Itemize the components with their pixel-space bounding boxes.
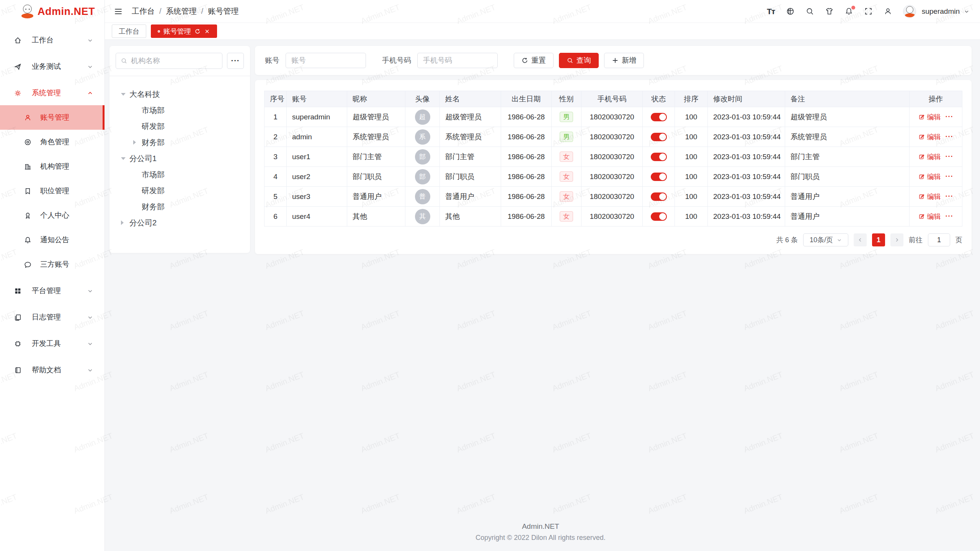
edit-button[interactable]: 编辑 xyxy=(918,132,941,142)
cell-modified: 2023-01-03 10:59:44 xyxy=(708,147,785,167)
sidebar-item-org-management[interactable]: 机构管理 xyxy=(0,154,105,179)
sidebar-item-log-management[interactable]: 日志管理 xyxy=(0,305,105,329)
tree-node[interactable]: 市场部 xyxy=(116,102,244,118)
status-toggle[interactable] xyxy=(651,212,667,221)
sidebar-item-dev-tools[interactable]: 开发工具 xyxy=(0,331,105,356)
fullscreen-button[interactable] xyxy=(864,7,873,16)
edit-button[interactable]: 编辑 xyxy=(918,212,941,221)
tree-more-button[interactable]: ··· xyxy=(227,53,244,69)
tree-node[interactable]: 市场部 xyxy=(116,166,244,183)
query-button[interactable]: 查询 xyxy=(559,53,599,68)
edit-label: 编辑 xyxy=(927,112,941,122)
page-size-select[interactable]: 10条/页 xyxy=(803,233,848,246)
caret-down-icon[interactable] xyxy=(121,157,129,160)
refresh-tab-icon[interactable] xyxy=(194,28,201,34)
plus-icon xyxy=(612,57,619,64)
more-actions-button[interactable]: ··· xyxy=(946,113,954,121)
breadcrumb-item: 账号管理 xyxy=(208,6,238,16)
sidebar-item-business-test[interactable]: 业务测试 xyxy=(0,54,105,79)
next-page-button[interactable] xyxy=(890,233,903,246)
tree-node[interactable]: 财务部 xyxy=(116,199,244,215)
theme-button[interactable] xyxy=(825,7,834,16)
lock-user-button[interactable] xyxy=(884,7,893,16)
sidebar-item-position-management[interactable]: 职位管理 xyxy=(0,179,105,203)
breadcrumb-item[interactable]: 系统管理 xyxy=(166,6,197,16)
sidebar-item-workbench[interactable]: 工作台 xyxy=(0,28,105,52)
tree-node[interactable]: 分公司2 xyxy=(116,215,244,231)
more-actions-button[interactable]: ··· xyxy=(946,153,954,161)
page-number-button[interactable]: 1 xyxy=(872,233,885,246)
chevron-down-icon[interactable] xyxy=(964,9,969,14)
close-tab-icon[interactable] xyxy=(204,28,210,34)
global-search-button[interactable] xyxy=(805,7,815,16)
status-toggle[interactable] xyxy=(651,133,667,141)
tree-node[interactable]: 大名科技 xyxy=(116,86,244,102)
tree-node-label: 研发部 xyxy=(142,186,165,196)
col-gender: 性别 xyxy=(552,91,581,107)
cell-name: 超级管理员 xyxy=(440,107,501,127)
notification-badge xyxy=(851,6,855,10)
font-size-button[interactable]: Tᴛ xyxy=(766,7,776,16)
more-actions-button[interactable]: ··· xyxy=(946,192,954,201)
cell-seq: 4 xyxy=(265,167,287,187)
edit-button[interactable]: 编辑 xyxy=(918,152,941,161)
sidebar-item-platform-management[interactable]: 平台管理 xyxy=(0,279,105,303)
sidebar-item-third-party-account[interactable]: 三方账号 xyxy=(0,252,105,277)
sidebar-item-role-management[interactable]: 角色管理 xyxy=(0,130,105,154)
active-tab-dot xyxy=(158,30,160,33)
goto-page-input[interactable] xyxy=(928,233,950,246)
edit-button[interactable]: 编辑 xyxy=(918,112,941,122)
cell-nickname: 普通用户 xyxy=(347,187,405,207)
edit-button[interactable]: 编辑 xyxy=(918,192,941,201)
sidebar-item-label: 通知公告 xyxy=(40,235,93,245)
building-icon xyxy=(24,163,32,171)
user-avatar[interactable] xyxy=(903,5,916,18)
status-toggle[interactable] xyxy=(651,153,667,161)
tree-node[interactable]: 研发部 xyxy=(116,183,244,199)
gear-icon xyxy=(14,89,22,97)
phone-filter-input[interactable] xyxy=(417,53,498,68)
edit-button[interactable]: 编辑 xyxy=(918,172,941,181)
add-button[interactable]: 新增 xyxy=(604,53,644,68)
language-button[interactable] xyxy=(786,7,795,16)
status-toggle[interactable] xyxy=(651,173,667,181)
tree-node[interactable]: 财务部 xyxy=(116,134,244,150)
sidebar-item-profile-center[interactable]: 个人中心 xyxy=(0,203,105,228)
more-actions-button[interactable]: ··· xyxy=(946,173,954,181)
notification-button[interactable] xyxy=(844,7,854,16)
cell-birth: 1986-06-28 xyxy=(501,107,552,127)
tab-label: 工作台 xyxy=(119,27,139,36)
sidebar-item-label: 账号管理 xyxy=(40,112,93,122)
prev-page-button[interactable] xyxy=(854,233,867,246)
sidebar-item-help-docs[interactable]: 帮助文档 xyxy=(0,358,105,382)
collapse-sidebar-icon[interactable] xyxy=(113,7,123,16)
tab-workbench[interactable]: 工作台 xyxy=(112,24,146,38)
breadcrumb-item[interactable]: 工作台 xyxy=(132,6,155,16)
account-filter-input[interactable] xyxy=(286,53,366,68)
more-actions-button[interactable]: ··· xyxy=(946,133,954,141)
app-logo[interactable]: Admin.NET xyxy=(0,0,105,23)
sidebar-item-account-management[interactable]: 账号管理 xyxy=(0,105,105,130)
caret-right-icon[interactable] xyxy=(133,140,142,145)
cell-name: 部门职员 xyxy=(440,167,501,187)
tab-account-management[interactable]: 账号管理 xyxy=(151,24,217,38)
org-search-box xyxy=(116,53,222,69)
more-actions-button[interactable]: ··· xyxy=(946,212,954,220)
tree-node-label: 市场部 xyxy=(142,170,165,180)
sidebar-item-system-management[interactable]: 系统管理 xyxy=(0,81,105,105)
caret-right-icon[interactable] xyxy=(121,220,129,225)
tree-node[interactable]: 分公司1 xyxy=(116,150,244,166)
caret-down-icon[interactable] xyxy=(121,93,129,96)
cell-name: 普通用户 xyxy=(440,187,501,207)
username[interactable]: superadmin xyxy=(922,7,960,16)
logo-monk-icon xyxy=(21,5,34,18)
status-toggle[interactable] xyxy=(651,113,667,121)
role-icon xyxy=(24,138,32,146)
reset-button[interactable]: 重置 xyxy=(514,53,554,68)
org-search-input[interactable] xyxy=(131,57,217,65)
tree-node-label: 财务部 xyxy=(142,137,165,148)
edit-icon xyxy=(918,213,925,220)
tree-node[interactable]: 研发部 xyxy=(116,118,244,134)
sidebar-item-notice[interactable]: 通知公告 xyxy=(0,228,105,252)
status-toggle[interactable] xyxy=(651,192,667,201)
